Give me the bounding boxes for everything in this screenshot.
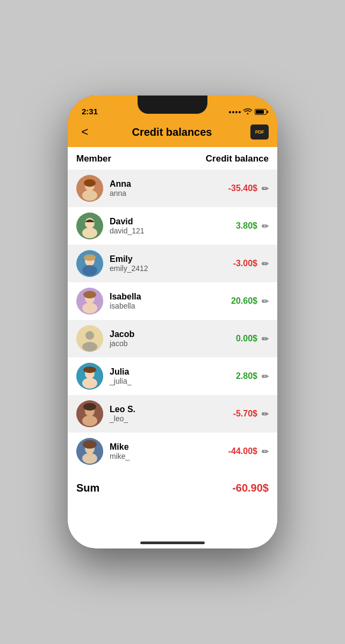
member-name: Emily <box>110 254 220 264</box>
balance-value: 20.60$ <box>220 296 257 306</box>
balance-area: 2.80$ ✏ <box>220 371 269 382</box>
svg-point-6 <box>82 228 97 238</box>
member-username: mike_ <box>110 452 220 460</box>
member-username: _julia_ <box>110 377 220 385</box>
table-row: Mike mike_ -44.00$ ✏ <box>68 433 277 470</box>
member-name: Julia <box>110 367 220 377</box>
pdf-label: PDF <box>255 129 264 135</box>
balance-value: 3.80$ <box>220 221 257 231</box>
edit-icon[interactable]: ✏ <box>262 409 269 419</box>
balance-value: 0.00$ <box>220 334 257 343</box>
svg-point-24 <box>82 415 97 426</box>
status-icons <box>229 108 267 116</box>
balance-value: -44.00$ <box>220 447 257 456</box>
sum-label: Sum <box>76 482 99 494</box>
table-row: Leo S. _leo_ -5.70$ ✏ <box>68 395 277 433</box>
content-area: Member Credit balance Anna anna -35.40$ … <box>68 147 277 547</box>
member-info: Isabella isabella <box>110 292 220 310</box>
member-info: Anna anna <box>110 179 220 197</box>
avatar <box>76 400 103 427</box>
table-row: Anna anna -35.40$ ✏ <box>68 170 277 207</box>
member-username: anna <box>110 189 220 197</box>
svg-point-25 <box>83 403 96 411</box>
table-row: David david_121 3.80$ ✏ <box>68 207 277 245</box>
table-row: Julia _julia_ 2.80$ ✏ <box>68 357 277 395</box>
edit-icon[interactable]: ✏ <box>262 447 269 457</box>
member-info: Julia _julia_ <box>110 367 220 385</box>
app-header: < Credit balances PDF <box>68 119 277 147</box>
sum-value: -60.90$ <box>232 482 269 494</box>
balance-value: -5.70$ <box>220 409 257 419</box>
svg-point-2 <box>82 190 97 201</box>
member-username: jacob <box>110 339 220 348</box>
member-info: Jacob jacob <box>110 330 220 348</box>
avatar <box>76 250 103 277</box>
svg-point-9 <box>82 265 97 276</box>
phone-screen: 2:31 <box>68 96 277 548</box>
edit-icon[interactable]: ✏ <box>262 184 269 194</box>
balance-area: 0.00$ ✏ <box>220 334 269 344</box>
balance-value: -3.00$ <box>220 259 257 268</box>
table-row: Emily emily_2412 -3.00$ ✏ <box>68 245 277 282</box>
sum-row: Sum -60.90$ <box>68 470 277 506</box>
balance-area: -35.40$ ✏ <box>220 184 269 194</box>
avatar <box>76 363 103 390</box>
phone-shell: 2:31 <box>68 96 277 548</box>
member-username: _leo_ <box>110 414 220 423</box>
status-time: 2:31 <box>78 107 98 116</box>
member-info: Emily emily_2412 <box>110 254 220 273</box>
balance-area: -44.00$ ✏ <box>220 447 269 457</box>
avatar <box>76 175 103 202</box>
avatar <box>76 213 103 239</box>
home-indicator <box>140 541 205 544</box>
svg-point-10 <box>84 254 96 261</box>
back-button[interactable]: < <box>76 125 94 139</box>
page-title: Credit balances <box>94 126 250 138</box>
edit-icon[interactable]: ✏ <box>262 371 269 382</box>
column-member: Member <box>76 153 111 164</box>
member-name: Isabella <box>110 292 220 302</box>
signal-dots-icon <box>229 111 241 113</box>
notch <box>138 96 207 114</box>
battery-icon <box>255 109 267 115</box>
svg-point-20 <box>82 378 97 389</box>
svg-point-17 <box>82 342 97 352</box>
member-info: Mike mike_ <box>110 442 220 460</box>
member-username: emily_2412 <box>110 264 220 273</box>
balance-area: -5.70$ ✏ <box>220 409 269 419</box>
edit-icon[interactable]: ✏ <box>262 334 269 344</box>
balance-area: 3.80$ ✏ <box>220 221 269 231</box>
avatar <box>76 325 103 352</box>
svg-point-29 <box>83 440 97 449</box>
member-name: Anna <box>110 179 220 189</box>
table-row: Jacob jacob 0.00$ ✏ <box>68 320 277 357</box>
edit-icon[interactable]: ✏ <box>262 221 269 231</box>
member-name: Mike <box>110 442 220 452</box>
table-row: Isabella isabella 20.60$ ✏ <box>68 282 277 320</box>
edit-icon[interactable]: ✏ <box>262 296 269 306</box>
svg-point-21 <box>83 367 96 373</box>
svg-point-13 <box>82 303 97 313</box>
member-info: David david_121 <box>110 217 220 235</box>
member-username: isabella <box>110 302 220 310</box>
members-list: Anna anna -35.40$ ✏ David david_121 3.80… <box>68 170 277 470</box>
svg-point-14 <box>83 291 96 298</box>
balance-area: 20.60$ ✏ <box>220 296 269 306</box>
member-name: Leo S. <box>110 405 220 414</box>
balance-value: 2.80$ <box>220 371 257 381</box>
member-username: david_121 <box>110 226 220 235</box>
wifi-icon <box>243 108 252 116</box>
balance-area: -3.00$ ✏ <box>220 259 269 269</box>
table-header: Member Credit balance <box>68 147 277 170</box>
svg-point-16 <box>85 331 94 340</box>
pdf-button[interactable]: PDF <box>250 125 269 140</box>
svg-point-28 <box>82 453 97 464</box>
member-name: David <box>110 217 220 226</box>
member-name: Jacob <box>110 330 220 339</box>
edit-icon[interactable]: ✏ <box>262 259 269 269</box>
balance-value: -35.40$ <box>220 184 257 193</box>
avatar <box>76 438 103 465</box>
column-balance: Credit balance <box>206 153 269 164</box>
svg-point-3 <box>84 179 96 187</box>
member-info: Leo S. _leo_ <box>110 405 220 423</box>
